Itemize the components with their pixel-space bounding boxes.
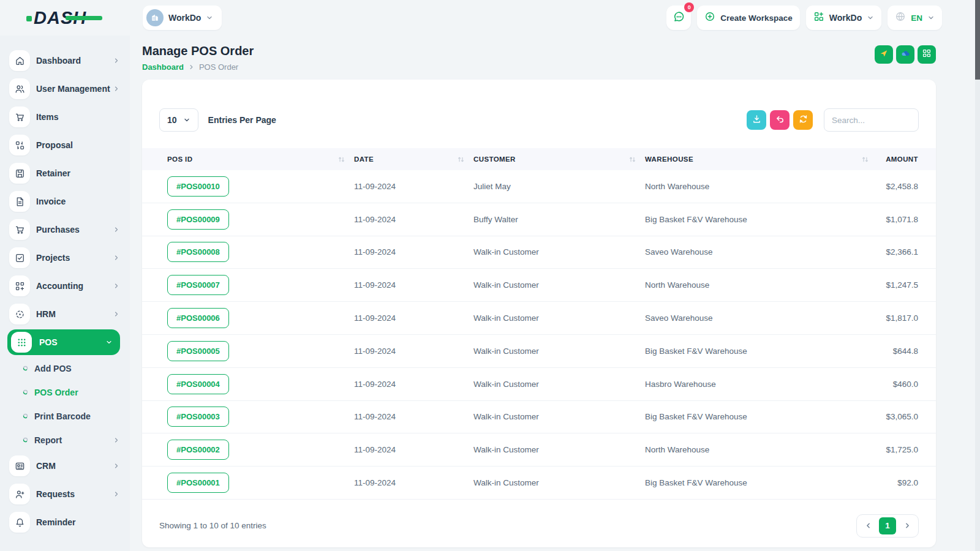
sidebar-item-label: User Management: [36, 84, 110, 94]
entries-per-page-label: Entries Per Page: [208, 115, 276, 125]
pos-id-link[interactable]: #POS00002: [167, 440, 229, 460]
sidebar-item-report[interactable]: Report: [0, 428, 130, 452]
column-label: AMOUNT: [886, 156, 918, 163]
page-title: Manage POS Order: [142, 44, 254, 58]
sidebar-item-pos-order[interactable]: POS Order: [0, 380, 130, 404]
pagination: 1: [856, 514, 919, 538]
cell-customer: Juliet May: [473, 182, 645, 191]
drive-icon: [879, 48, 889, 61]
chevron-down-icon: [183, 116, 190, 124]
workspace-label: WorkDo: [168, 13, 201, 23]
column-label: CUSTOMER: [473, 156, 516, 163]
cell-customer: Buffy Walter: [473, 215, 645, 224]
pos-id-link[interactable]: #POS00009: [167, 209, 229, 230]
cell-customer: Walk-in Customer: [473, 247, 645, 257]
sidebar-item-dashboard[interactable]: Dashboard: [0, 47, 130, 75]
sort-icon[interactable]: [337, 156, 345, 163]
scrollbar[interactable]: [975, 0, 980, 551]
sort-icon[interactable]: [457, 156, 465, 163]
cell-customer: Walk-in Customer: [473, 280, 645, 290]
undo-icon: [775, 114, 785, 126]
drive-button[interactable]: [875, 45, 893, 64]
sidebar-item-reminder[interactable]: Reminder: [0, 508, 130, 536]
language-selector[interactable]: EN: [888, 6, 942, 30]
bullet-icon: [22, 437, 29, 443]
sidebar-item-print-barcode[interactable]: Print Barcode: [0, 404, 130, 428]
apps-grid-button[interactable]: [918, 45, 936, 64]
sidebar-item-invoice[interactable]: Invoice: [0, 187, 130, 216]
column-header-date[interactable]: DATE: [354, 156, 473, 163]
chevron-right-icon: [113, 282, 120, 290]
column-label: DATE: [354, 156, 374, 163]
app-menu-button[interactable]: WorkDo: [806, 6, 881, 30]
sidebar-item-retainer[interactable]: Retainer: [0, 159, 130, 187]
sort-icon[interactable]: [628, 156, 636, 163]
sidebar-item-hrm[interactable]: HRM: [0, 300, 130, 328]
cell-customer: Walk-in Customer: [473, 347, 645, 356]
sidebar-nav: DashboardUser ManagementItemsProposalRet…: [0, 47, 130, 536]
pagination-next-button[interactable]: [899, 517, 916, 534]
create-workspace-button[interactable]: Create Workspace: [697, 6, 800, 30]
table-row: #POS0000611-09-2024Walk-in CustomerSaveo…: [142, 302, 936, 335]
sidebar-item-requests[interactable]: Requests: [0, 480, 130, 508]
sidebar-item-crm[interactable]: CRM: [0, 452, 130, 480]
cart-icon: [9, 107, 30, 127]
cell-warehouse: Saveo Warehouse: [645, 313, 878, 323]
download-button[interactable]: [747, 110, 766, 130]
entries-per-page-select[interactable]: 10: [159, 108, 198, 132]
refresh-button[interactable]: [793, 110, 813, 130]
users-icon: [9, 78, 30, 99]
pos-id-link[interactable]: #POS00001: [167, 473, 229, 493]
pos-id-link[interactable]: #POS00007: [167, 275, 229, 295]
pos-id-link[interactable]: #POS00003: [167, 407, 229, 427]
user-plus-icon: [9, 484, 30, 504]
sidebar-item-add-pos[interactable]: Add POS: [0, 356, 130, 380]
cell-pos-id: #POS00007: [167, 275, 354, 295]
sidebar-item-label: Retainer: [36, 168, 70, 178]
dash-logo[interactable]: DASH: [34, 8, 86, 28]
sidebar-item-proposal[interactable]: Proposal: [0, 131, 130, 159]
cell-amount: $644.8: [878, 347, 918, 356]
cell-warehouse: Saveo Warehouse: [645, 247, 878, 257]
pos-id-link[interactable]: #POS00004: [167, 374, 229, 394]
create-workspace-label: Create Workspace: [720, 13, 793, 23]
cell-warehouse: Big Basket F&V Warehouse: [645, 478, 878, 487]
workspace-selector[interactable]: WorkDo: [143, 6, 222, 30]
pagination-prev-button[interactable]: [859, 517, 876, 534]
sidebar-item-purchases[interactable]: Purchases: [0, 216, 130, 244]
scrollbar-thumb[interactable]: [975, 0, 980, 80]
undo-button[interactable]: [770, 110, 790, 130]
table-row: #POS0000811-09-2024Walk-in CustomerSaveo…: [142, 236, 936, 269]
sort-icon[interactable]: [861, 156, 869, 163]
cell-amount: $2,366.1: [878, 247, 918, 257]
breadcrumb-dashboard-link[interactable]: Dashboard: [142, 62, 184, 72]
cell-amount: $460.0: [878, 380, 918, 389]
cloud-icon: [900, 48, 911, 61]
sidebar-item-user-management[interactable]: User Management: [0, 75, 130, 103]
column-header-warehouse[interactable]: WAREHOUSE: [645, 156, 878, 163]
bullet-icon: [22, 389, 29, 395]
sidebar-item-label: Report: [34, 435, 62, 445]
sidebar-item-accounting[interactable]: Accounting: [0, 272, 130, 300]
sidebar-item-projects[interactable]: Projects: [0, 244, 130, 272]
search-input[interactable]: [824, 108, 919, 132]
messages-button[interactable]: 0: [666, 6, 691, 30]
pos-id-link[interactable]: #POS00005: [167, 341, 229, 361]
retainer-icon: [9, 163, 30, 184]
pos-id-link[interactable]: #POS00006: [167, 308, 229, 328]
cloud-button[interactable]: [896, 45, 914, 64]
cell-customer: Walk-in Customer: [473, 478, 645, 487]
column-header-amount[interactable]: AMOUNT: [878, 156, 918, 163]
pos-id-link[interactable]: #POS00008: [167, 242, 229, 262]
logo-area: DASH: [0, 8, 130, 28]
table-row: #POS0000511-09-2024Walk-in CustomerBig B…: [142, 335, 936, 368]
sidebar-item-pos[interactable]: POS: [7, 329, 120, 355]
pagination-page-1[interactable]: 1: [879, 517, 896, 534]
pos-id-link[interactable]: #POS00010: [167, 176, 229, 197]
column-header-pos-id[interactable]: POS ID: [167, 156, 354, 163]
sidebar-item-items[interactable]: Items: [0, 103, 130, 131]
topbar-actions: 0 Create Workspace WorkDo EN: [666, 6, 942, 30]
app-menu-label: WorkDo: [829, 13, 862, 23]
plus-circle-icon: [704, 11, 715, 24]
column-header-customer[interactable]: CUSTOMER: [473, 156, 645, 163]
